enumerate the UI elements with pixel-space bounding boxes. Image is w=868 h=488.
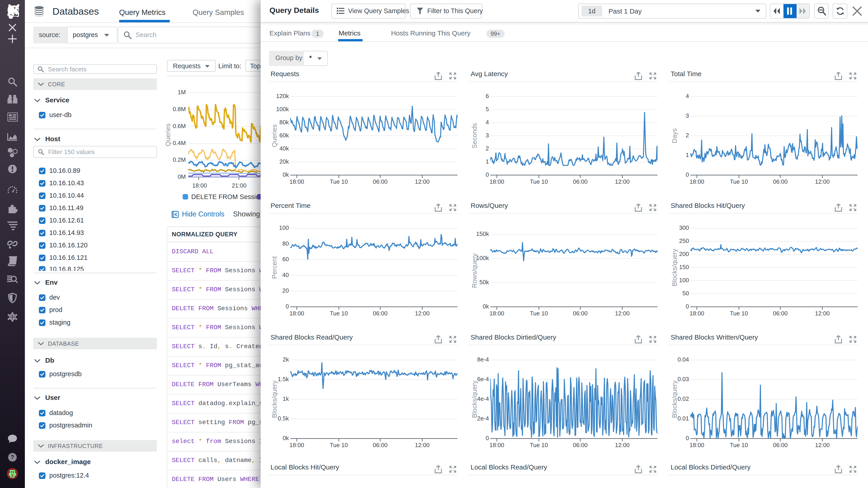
svg-text:?: ? (11, 454, 14, 460)
